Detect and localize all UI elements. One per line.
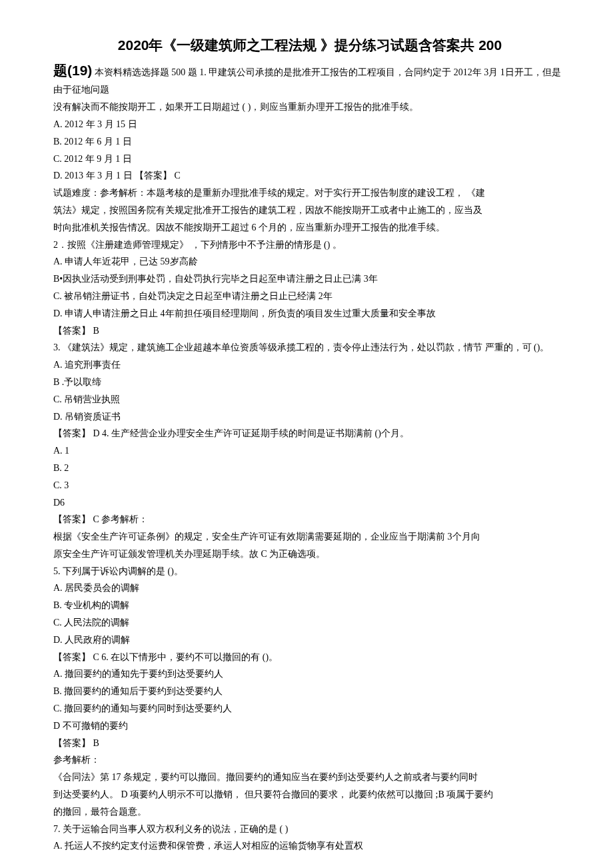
q5-stem: 5. 下列属于诉讼内调解的是 ()。	[53, 564, 566, 580]
q3-option-b: B .予以取缔	[53, 374, 566, 390]
q6-option-c: C. 撤回要约的通知与要约同时到达受要约人	[53, 701, 566, 717]
q2-stem: 2．按照《注册建造师管理规定》 ，下列情形中不予注册的情形是 () 。	[53, 237, 566, 253]
q3-option-a: A. 追究刑事责任	[53, 357, 566, 373]
q1-explanation-3: 时向批准机关报告情况。因故不能按期开工超过 6 个月的，应当重新办理开工报告的批…	[53, 220, 566, 236]
q6-explanation-2: 到达受要约人。 D 项要约人明示不可以撤销， 但只要符合撤回的要求， 此要约依然…	[53, 787, 566, 803]
q2-option-d: D. 申请人申请注册之日止 4年前担任项目经理期间，所负责的项目发生过重大质量和…	[53, 306, 566, 322]
q1-option-b: B. 2012 年 6 月 1 日	[53, 134, 566, 150]
q5-option-c: C. 人民法院的调解	[53, 615, 566, 631]
q1-option-c: C. 2012 年 9 月 1 日	[53, 151, 566, 167]
q6-explanation-1: 《合同法》第 17 条规定，要约可以撤回。撤回要约的通知应当在要约到达受要约人之…	[53, 769, 566, 785]
q6-explanation-3: 的撤回，最符合题意。	[53, 804, 566, 820]
q7-option-a: A. 托运人不按约定支付运费和保管费，承运人对相应的运输货物享有处置权	[53, 838, 566, 854]
q1-option-d-answer: D. 2013 年 3 月 1 日 【答案】 C	[53, 168, 566, 184]
q3-stem: 3. 《建筑法》规定，建筑施工企业超越本单位资质等级承揽工程的，责令停止违法行为…	[53, 340, 566, 356]
subtitle-line: 题(19) 本资料精选选择题 500 题 1. 甲建筑公司承揽的是批准开工报告的…	[53, 59, 566, 98]
subtitle-prefix: 题(19)	[53, 63, 92, 78]
q6-answer: 【答案】 B	[53, 735, 566, 751]
q3-answer-q4-stem: 【答案】 D 4. 生产经营企业办理安全生产许可证延期手续的时间是证书期满前 (…	[53, 426, 566, 442]
q5-option-b: B. 专业机构的调解	[53, 598, 566, 614]
q4-option-d: D6	[53, 495, 566, 511]
q6-option-b: B. 撤回要约的通知后于要约到达受要约人	[53, 683, 566, 699]
q4-option-b: B. 2	[53, 460, 566, 476]
q1-explanation-2: 筑法》规定，按照国务院有关规定批准开工报告的建筑工程，因故不能按期开工或者中止施…	[53, 203, 566, 218]
q2-option-a: A. 申请人年近花甲，已达 59岁高龄	[53, 254, 566, 270]
q5-option-a: A. 居民委员会的调解	[53, 580, 566, 596]
q2-option-c: C. 被吊销注册证书，自处罚决定之日起至申请注册之日止已经满 2年	[53, 288, 566, 304]
q1-option-a: A. 2012 年 3 月 15 日	[53, 117, 566, 133]
q2-answer: 【答案】 B	[53, 323, 566, 339]
q3-option-c: C. 吊销营业执照	[53, 392, 566, 408]
q6-explanation-header: 参考解析：	[53, 752, 566, 768]
page-title: 2020年《一级建筑师之工程法规 》提分练习试题含答案共 200	[53, 33, 566, 57]
q6-option-a: A. 撤回要约的通知先于要约到达受要约人	[53, 666, 566, 682]
q1-explanation-1: 试题难度：参考解析：本题考核的是重新办理批准手续的规定。对于实行开工报告制度的建…	[53, 185, 566, 201]
q4-answer: 【答案】 C 参考解析：	[53, 512, 566, 528]
q1-line2: 没有解决而不能按期开工，如果开工日期超过 ( )，则应当重新办理开工报告的批准手…	[53, 99, 566, 115]
q3-option-d: D. 吊销资质证书	[53, 409, 566, 425]
q2-option-b: B•因执业活动受到刑事处罚，自处罚执行完毕之日起至申请注册之日止已满 3年	[53, 271, 566, 287]
q5-option-d: D. 人民政府的调解	[53, 632, 566, 648]
question-intro: 本资料精选选择题 500 题 1. 甲建筑公司承揽的是批准开工报告的工程项目，合…	[53, 67, 561, 95]
q4-explanation-2: 原安全生产许可证颁发管理机关办理延期手续。故 C 为正确选项。	[53, 546, 566, 562]
q4-option-a: A. 1	[53, 443, 566, 459]
q6-option-d: D 不可撤销的要约	[53, 718, 566, 734]
q7-stem: 7. 关于运输合同当事人双方权利义务的说法，正确的是 ( )	[53, 821, 566, 837]
q4-option-c: C. 3	[53, 478, 566, 494]
q5-answer-q6-stem: 【答案】 C 6. 在以下情形中，要约不可以撤回的有 ()。	[53, 650, 566, 665]
q4-explanation-1: 根据《安全生产许可证条例》的规定，安全生产许可证有效期满需要延期的，企业应当于期…	[53, 529, 566, 545]
